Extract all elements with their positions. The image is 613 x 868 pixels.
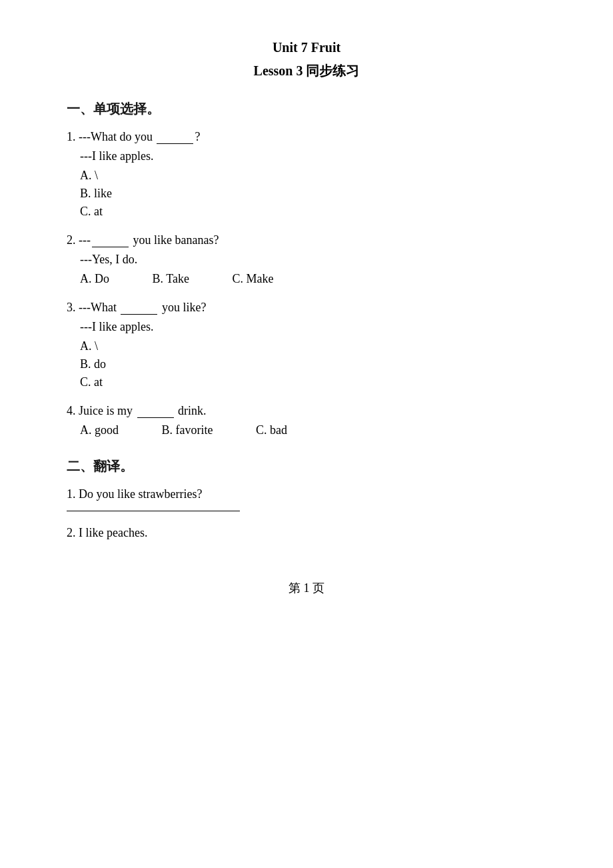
- blank-3: [121, 314, 157, 315]
- question-3-answer: ---I like apples.: [80, 320, 546, 334]
- question-4-prompt: 4. Juice is my drink.: [67, 404, 546, 418]
- blank-4: [137, 417, 174, 418]
- question-1: 1. ---What do you ? ---I like apples. A.…: [67, 130, 546, 219]
- question-1-option-c: C. at: [80, 205, 546, 219]
- section2-heading: 二、翻译。: [67, 457, 546, 475]
- question-2-options-inline: A. Do B. Take C. Make: [80, 272, 546, 286]
- question-3-option-b: B. do: [80, 357, 546, 371]
- blank-1: [157, 143, 193, 144]
- question-2: 2. --- you like bananas? ---Yes, I do. A…: [67, 233, 546, 286]
- question-2-answer: ---Yes, I do.: [80, 253, 546, 267]
- question-1-option-a: A. \: [80, 169, 546, 183]
- translation-1-text: 1. Do you like strawberries?: [67, 487, 546, 501]
- translation-1-blank: [67, 511, 240, 511]
- question-3: 3. ---What you like? ---I like apples. A…: [67, 301, 546, 389]
- question-1-option-b: B. like: [80, 187, 546, 201]
- section1-heading: 一、单项选择。: [67, 100, 546, 118]
- question-3-option-a: A. \: [80, 339, 546, 353]
- sub-title: Lesson 3 同步练习: [67, 62, 546, 80]
- translation-2-text: 2. I like peaches.: [67, 526, 546, 540]
- page-footer: 第 1 页: [67, 580, 546, 596]
- question-3-prompt: 3. ---What you like?: [67, 301, 546, 315]
- question-2-prompt: 2. --- you like bananas?: [67, 233, 546, 247]
- question-4-options-inline: A. good B. favorite C. bad: [80, 423, 546, 437]
- main-title: Unit 7 Fruit: [67, 40, 546, 55]
- translation-question-1: 1. Do you like strawberries?: [67, 487, 546, 511]
- question-1-answer: ---I like apples.: [80, 149, 546, 163]
- question-3-option-c: C. at: [80, 375, 546, 389]
- question-4: 4. Juice is my drink. A. good B. favorit…: [67, 404, 546, 437]
- translation-question-2: 2. I like peaches.: [67, 526, 546, 540]
- blank-2: [92, 247, 129, 247]
- question-1-prompt: 1. ---What do you ?: [67, 130, 546, 144]
